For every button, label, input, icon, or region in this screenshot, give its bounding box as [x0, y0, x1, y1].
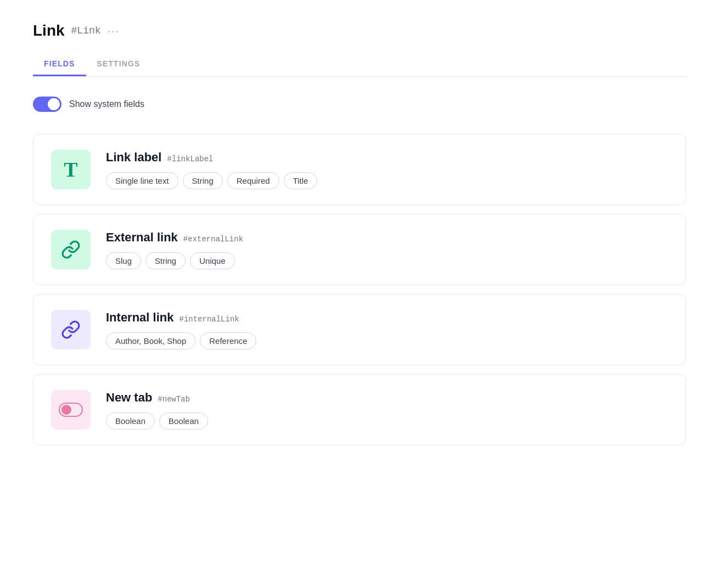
toggle-label: Show system fields: [69, 99, 144, 109]
field-api-name: #newTab: [158, 395, 190, 404]
field-name-row: New tab #newTab: [106, 391, 668, 405]
toggle-row: Show system fields: [33, 97, 686, 112]
field-icon-external-link: [51, 230, 91, 269]
field-api-name: #externalLink: [183, 235, 243, 244]
field-tags: Single line text String Required Title: [106, 172, 668, 189]
page-container: Link #Link ··· FIELDS SETTINGS Show syst…: [0, 0, 719, 467]
field-icon-internal-link: [51, 310, 91, 349]
field-name: Link label: [106, 150, 161, 165]
field-card-internal-link[interactable]: Internal link #internalLink Author, Book…: [33, 294, 686, 365]
tag-unique: Unique: [190, 252, 235, 269]
field-icon-new-tab: [51, 390, 91, 429]
tag-boolean-1: Boolean: [106, 412, 155, 429]
field-tags: Boolean Boolean: [106, 412, 668, 429]
tab-fields[interactable]: FIELDS: [33, 53, 86, 76]
page-hash: #Link: [71, 25, 101, 36]
tag-string: String: [145, 252, 186, 269]
show-system-fields-toggle[interactable]: [33, 97, 61, 112]
field-card-link-label[interactable]: T Link label #linkLabel Single line text…: [33, 134, 686, 205]
field-info-new-tab: New tab #newTab Boolean Boolean: [106, 391, 668, 429]
tag-required: Required: [227, 172, 279, 189]
field-icon-link-label: T: [51, 150, 91, 189]
svg-point-1: [61, 405, 71, 415]
tag-title: Title: [284, 172, 318, 189]
field-api-name: #linkLabel: [167, 155, 213, 163]
fields-list: T Link label #linkLabel Single line text…: [33, 134, 686, 445]
field-name: New tab: [106, 391, 152, 405]
field-info-external-link: External link #externalLink Slug String …: [106, 230, 668, 269]
field-card-new-tab[interactable]: New tab #newTab Boolean Boolean: [33, 374, 686, 445]
toggle-pink-icon: [59, 403, 83, 417]
tag-string: String: [183, 172, 223, 189]
field-info-internal-link: Internal link #internalLink Author, Book…: [106, 310, 668, 349]
tag-slug: Slug: [106, 252, 141, 269]
page-header: Link #Link ···: [33, 22, 686, 39]
page-title: Link: [33, 22, 65, 39]
field-name: External link: [106, 230, 178, 245]
text-t-icon: T: [64, 157, 77, 182]
tab-settings[interactable]: SETTINGS: [86, 53, 151, 76]
tag-reference: Reference: [200, 332, 256, 349]
field-tags: Slug String Unique: [106, 252, 668, 269]
field-info-link-label: Link label #linkLabel Single line text S…: [106, 150, 668, 189]
tag-author-book-shop: Author, Book, Shop: [106, 332, 195, 349]
tag-boolean-2: Boolean: [159, 412, 208, 429]
field-name: Internal link: [106, 310, 173, 325]
field-api-name: #internalLink: [179, 315, 239, 324]
chain-link-purple-icon: [61, 320, 81, 340]
field-name-row: External link #externalLink: [106, 230, 668, 245]
tabs: FIELDS SETTINGS: [33, 53, 686, 77]
more-options-icon[interactable]: ···: [108, 25, 120, 37]
chain-link-icon: [61, 240, 81, 259]
field-name-row: Internal link #internalLink: [106, 310, 668, 325]
field-card-external-link[interactable]: External link #externalLink Slug String …: [33, 214, 686, 285]
field-name-row: Link label #linkLabel: [106, 150, 668, 165]
tag-single-line-text: Single line text: [106, 172, 178, 189]
field-tags: Author, Book, Shop Reference: [106, 332, 668, 349]
